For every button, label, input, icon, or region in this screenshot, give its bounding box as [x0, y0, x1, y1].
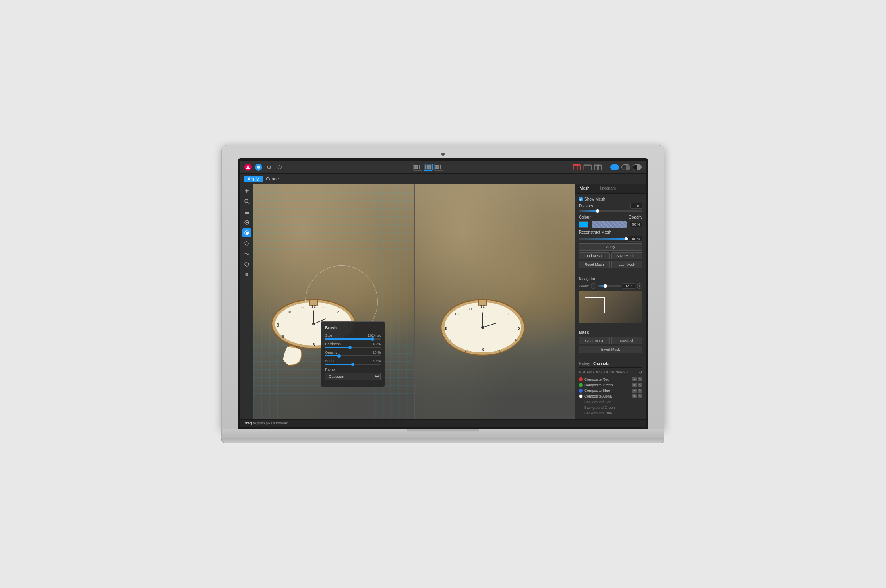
- tab-mesh[interactable]: Mesh: [575, 184, 593, 193]
- svg-rect-4: [584, 165, 591, 170]
- tone-mode-btn[interactable]: [621, 164, 630, 170]
- canvas-right[interactable]: 12 3 6 9 2 4 5 7 8 1: [415, 184, 575, 419]
- navigator-section: Navigator Zoom: − 32 % +: [575, 273, 646, 327]
- opacity-value: 25 %: [373, 350, 381, 354]
- opacity-slider[interactable]: [325, 355, 381, 356]
- nav-thumbnail[interactable]: [579, 291, 642, 323]
- brush-opacity-row: Opacity 25 %: [325, 350, 381, 356]
- svg-rect-11: [245, 212, 249, 213]
- show-mesh-row: Show Mesh: [579, 197, 642, 201]
- zoom-tool-btn[interactable]: [242, 197, 251, 206]
- history-tab[interactable]: History: [579, 362, 590, 366]
- invert-mask-btn[interactable]: Invert Mask: [579, 346, 642, 353]
- zoom-value[interactable]: 32 %: [623, 283, 635, 289]
- pinch-tool-btn[interactable]: [242, 239, 251, 248]
- size-slider[interactable]: [325, 338, 381, 340]
- split-mode-btn[interactable]: [633, 164, 642, 170]
- zoom-minus-btn[interactable]: −: [591, 283, 596, 289]
- single-view-btn[interactable]: [413, 164, 422, 171]
- svg-text:10: 10: [455, 312, 459, 316]
- colour-swatch[interactable]: [579, 221, 588, 228]
- ramp-select[interactable]: Gaussian: [325, 373, 381, 380]
- hardness-slider[interactable]: [325, 347, 381, 348]
- divisors-value[interactable]: 10: [630, 203, 642, 209]
- opacity-value[interactable]: 50 %: [630, 222, 642, 227]
- color-profile: RGBA/8 • sRGB IEC61966-2.1: [579, 370, 642, 374]
- load-mesh-btn[interactable]: Load Mesh...: [579, 252, 610, 259]
- refresh-icon[interactable]: [638, 370, 642, 374]
- app-ui: ⚙ ⬡: [240, 161, 646, 427]
- reset-mesh-btn[interactable]: Reset Mesh: [579, 261, 610, 268]
- dual-view-btn[interactable]: [424, 164, 433, 171]
- channel-eye-red[interactable]: 👁: [632, 377, 637, 381]
- cancel-button[interactable]: Cancel: [266, 176, 280, 181]
- apply-button[interactable]: Apply: [244, 176, 263, 182]
- turbulence-tool-btn[interactable]: [242, 249, 251, 258]
- pan-tool-btn[interactable]: [242, 186, 251, 195]
- top-toolbar: ⚙ ⬡: [240, 161, 646, 174]
- view-btn-3[interactable]: [594, 164, 602, 170]
- zoom-plus-btn[interactable]: +: [637, 283, 642, 289]
- svg-text:6: 6: [482, 348, 484, 352]
- speed-value: 50 %: [373, 359, 381, 363]
- triple-view-btn[interactable]: [434, 164, 443, 171]
- channels-tab[interactable]: Channels: [593, 362, 609, 366]
- bloat-tool-btn[interactable]: [242, 228, 251, 237]
- clock-svg-right: 12 3 6 9 2 4 5 7 8 1: [431, 266, 535, 395]
- mask-all-btn[interactable]: Mask All: [611, 337, 642, 344]
- layer-tool-btn[interactable]: [242, 207, 251, 216]
- zoom-slider[interactable]: [598, 285, 621, 287]
- channel-edit-blue[interactable]: ✎: [638, 389, 642, 393]
- share-icon[interactable]: ⬡: [276, 164, 283, 171]
- apply-cancel-bar: Apply Cancel: [240, 174, 646, 184]
- mesh-apply-button[interactable]: Apply: [579, 243, 642, 251]
- mask-btn-row-2: Invert Mask: [579, 346, 642, 353]
- screen: ⚙ ⬡: [240, 161, 646, 427]
- channel-composite-blue: Composite Blue 👁 ✎: [579, 388, 642, 393]
- reset-last-row: Reset Mesh Last Mesh: [579, 261, 642, 268]
- status-bar: Drag to push pixels forward.: [240, 419, 646, 427]
- view-btn-1[interactable]: [573, 164, 581, 170]
- channel-bg-green: Background Green: [579, 405, 642, 410]
- brush-popup: Brush Size 1024 px: [321, 321, 385, 387]
- divisors-slider[interactable]: [579, 210, 642, 212]
- svg-marker-55: [640, 371, 640, 372]
- show-mesh-checkbox[interactable]: [579, 197, 583, 201]
- main-area: 12 3 6 9 2 4 5 7 8 1: [240, 184, 646, 419]
- persona-icon[interactable]: [255, 164, 262, 171]
- svg-marker-0: [246, 165, 250, 169]
- ramp-label: Ramp: [325, 367, 335, 371]
- opacity-preview: [592, 221, 627, 228]
- svg-marker-17: [248, 263, 249, 264]
- clear-mask-btn[interactable]: Clear Mask: [579, 337, 610, 344]
- freeze-tool-btn[interactable]: [242, 270, 251, 279]
- hardness-label: Hardness: [325, 342, 341, 346]
- speed-slider[interactable]: [325, 364, 381, 365]
- reconstruct-label: Reconstruct Mesh: [579, 230, 611, 234]
- screen-bezel: ⚙ ⬡: [238, 158, 648, 429]
- zoom-label: Zoom:: [579, 284, 589, 288]
- tab-histogram[interactable]: Histogram: [593, 184, 620, 193]
- channel-edit-green[interactable]: ✎: [638, 383, 642, 387]
- svg-text:12: 12: [311, 305, 316, 309]
- save-mesh-btn[interactable]: Save Mesh...: [611, 252, 642, 259]
- channel-eye-alpha[interactable]: 👁: [632, 394, 637, 398]
- channel-eye-green[interactable]: 👁: [632, 383, 637, 387]
- reconstruct-slider[interactable]: [579, 238, 626, 240]
- channel-edit-alpha[interactable]: ✎: [638, 394, 642, 398]
- warp-tool-btn[interactable]: [242, 218, 251, 227]
- reconstruct-value[interactable]: 100 %: [628, 236, 642, 242]
- last-mesh-btn[interactable]: Last Mesh: [611, 261, 642, 268]
- zoom-row: Zoom: − 32 % +: [579, 283, 642, 289]
- affinity-logo-icon[interactable]: [244, 164, 252, 171]
- canvas-left[interactable]: 12 3 6 9 2 4 5 7 8 1: [253, 184, 415, 419]
- channel-eye-blue[interactable]: 👁: [632, 389, 637, 393]
- reconstruct-tool-btn[interactable]: [242, 260, 251, 269]
- color-mode-btn[interactable]: [610, 164, 619, 170]
- svg-point-16: [245, 241, 249, 245]
- view-btn-2[interactable]: [583, 164, 591, 170]
- gear-icon[interactable]: ⚙: [265, 164, 273, 171]
- laptop-foot: [222, 438, 664, 443]
- channel-edit-red[interactable]: ✎: [638, 377, 642, 381]
- svg-text:9: 9: [445, 327, 447, 331]
